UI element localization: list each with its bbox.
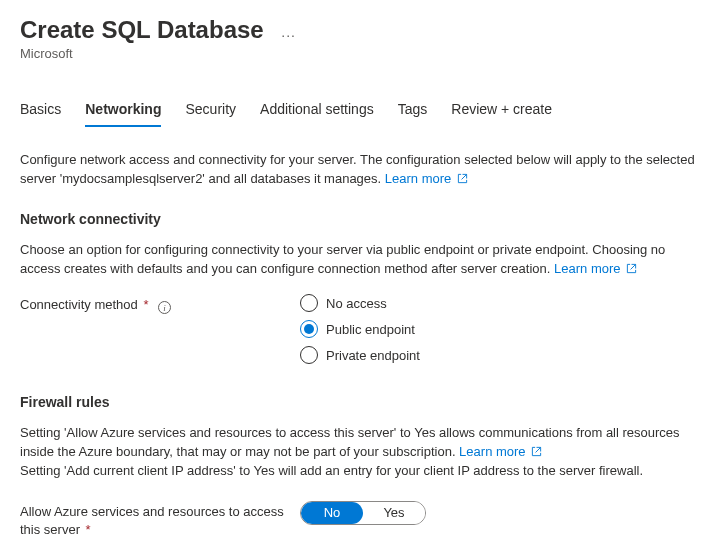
radio-public-endpoint[interactable]: Public endpoint: [300, 320, 702, 338]
tab-review-create[interactable]: Review + create: [451, 97, 552, 127]
radio-circle-icon: [300, 320, 318, 338]
connectivity-learn-more-link[interactable]: Learn more: [554, 261, 637, 276]
page-title: Create SQL Database: [20, 16, 264, 44]
firewall-desc: Setting 'Allow Azure services and resour…: [20, 424, 702, 481]
section-title-connectivity: Network connectivity: [20, 211, 702, 227]
radio-circle-icon: [300, 346, 318, 364]
allow-azure-toggle[interactable]: No Yes: [300, 501, 426, 525]
allow-azure-label: Allow Azure services and resources to ac…: [20, 501, 300, 539]
radio-private-endpoint[interactable]: Private endpoint: [300, 346, 702, 364]
radio-label: Private endpoint: [326, 348, 420, 363]
learn-more-label: Learn more: [554, 261, 620, 276]
connectivity-method-label: Connectivity method * i: [20, 294, 300, 314]
page-subtitle: Microsoft: [20, 46, 702, 61]
tab-networking[interactable]: Networking: [85, 97, 161, 127]
tab-security[interactable]: Security: [185, 97, 236, 127]
radio-no-access[interactable]: No access: [300, 294, 702, 312]
external-link-icon: [457, 173, 468, 184]
more-actions-button[interactable]: ···: [281, 27, 296, 43]
tab-additional-settings[interactable]: Additional settings: [260, 97, 374, 127]
radio-circle-icon: [300, 294, 318, 312]
allow-azure-row: Allow Azure services and resources to ac…: [20, 501, 702, 539]
tab-tags[interactable]: Tags: [398, 97, 428, 127]
connectivity-method-label-text: Connectivity method: [20, 297, 138, 312]
info-icon[interactable]: i: [158, 301, 171, 314]
intro-learn-more-link[interactable]: Learn more: [385, 171, 468, 186]
connectivity-method-row: Connectivity method * i No access Public…: [20, 294, 702, 364]
required-indicator: *: [82, 522, 91, 537]
toggle-no[interactable]: No: [301, 502, 363, 524]
learn-more-label: Learn more: [459, 444, 525, 459]
radio-label: No access: [326, 296, 387, 311]
external-link-icon: [531, 446, 542, 457]
section-title-firewall: Firewall rules: [20, 394, 702, 410]
tab-bar: Basics Networking Security Additional se…: [20, 97, 702, 127]
radio-label: Public endpoint: [326, 322, 415, 337]
intro-text: Configure network access and connectivit…: [20, 151, 702, 189]
required-indicator: *: [140, 297, 149, 312]
learn-more-label: Learn more: [385, 171, 451, 186]
firewall-desc2-body: Setting 'Add current client IP address' …: [20, 463, 643, 478]
tab-basics[interactable]: Basics: [20, 97, 61, 127]
firewall-desc1-body: Setting 'Allow Azure services and resour…: [20, 425, 680, 459]
firewall-learn-more-link[interactable]: Learn more: [459, 444, 542, 459]
connectivity-method-radio-group: No access Public endpoint Private endpoi…: [300, 294, 702, 364]
toggle-yes[interactable]: Yes: [363, 502, 425, 524]
external-link-icon: [626, 263, 637, 274]
intro-text-body: Configure network access and connectivit…: [20, 152, 695, 186]
page-header: Create SQL Database ··· Microsoft: [20, 16, 702, 61]
connectivity-desc: Choose an option for configuring connect…: [20, 241, 702, 279]
allow-azure-label-text: Allow Azure services and resources to ac…: [20, 504, 284, 537]
